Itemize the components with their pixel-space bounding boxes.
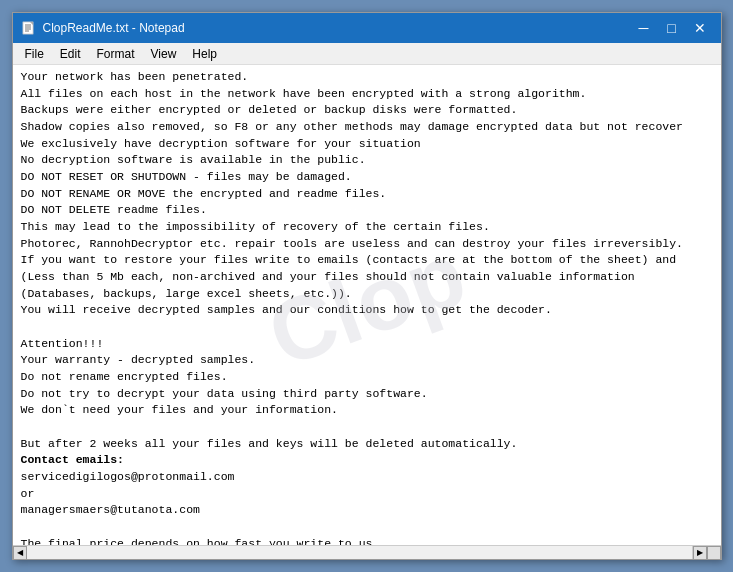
notepad-text: Your network has been penetrated. All fi…	[21, 69, 721, 545]
menu-bar: File Edit Format View Help	[13, 43, 721, 65]
scroll-track[interactable]	[27, 546, 693, 559]
horizontal-scrollbar[interactable]: ◀ ▶	[13, 545, 721, 559]
title-bar-left: ClopReadMe.txt - Notepad	[21, 20, 185, 36]
scroll-corner	[707, 546, 721, 560]
maximize-button[interactable]: □	[659, 18, 685, 38]
text-content-area[interactable]: Clop Your network has been penetrated. A…	[13, 65, 721, 545]
notepad-icon	[21, 20, 37, 36]
scroll-left-button[interactable]: ◀	[13, 546, 27, 560]
scroll-right-button[interactable]: ▶	[693, 546, 707, 560]
menu-help[interactable]: Help	[184, 45, 225, 63]
minimize-button[interactable]: ─	[631, 18, 657, 38]
svg-rect-0	[23, 22, 33, 34]
notepad-window: ClopReadMe.txt - Notepad ─ □ ✕ File Edit…	[12, 12, 722, 560]
menu-file[interactable]: File	[17, 45, 52, 63]
menu-view[interactable]: View	[143, 45, 185, 63]
title-bar: ClopReadMe.txt - Notepad ─ □ ✕	[13, 13, 721, 43]
menu-format[interactable]: Format	[89, 45, 143, 63]
window-title: ClopReadMe.txt - Notepad	[43, 21, 185, 35]
menu-edit[interactable]: Edit	[52, 45, 89, 63]
close-button[interactable]: ✕	[687, 18, 713, 38]
title-bar-controls: ─ □ ✕	[631, 18, 713, 38]
